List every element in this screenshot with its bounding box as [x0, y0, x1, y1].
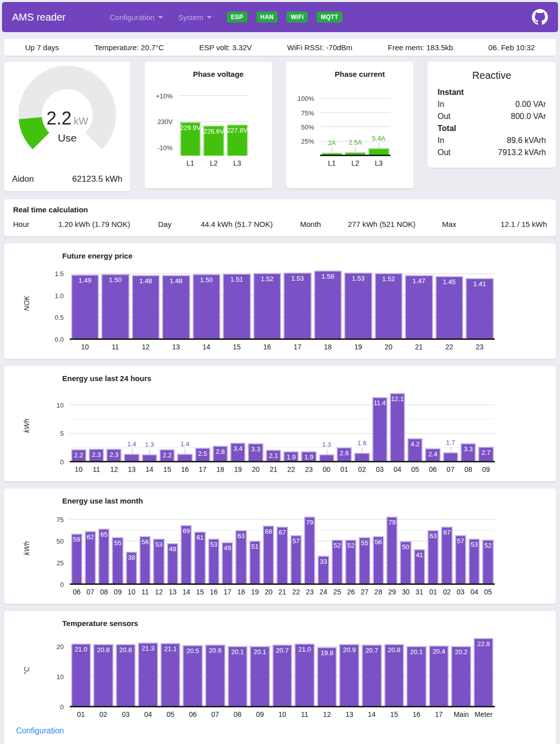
bar-value-label: 57	[291, 537, 302, 545]
bar-value-label: 1.4	[180, 440, 189, 448]
x-axis-label: 05	[481, 588, 495, 596]
x-axis-line	[70, 338, 495, 340]
bar-cell: 52	[481, 512, 495, 584]
x-axis-line	[70, 461, 495, 462]
bar: 63	[235, 530, 246, 584]
bar-value-label: 1.58	[314, 273, 342, 280]
x-axis-line	[70, 706, 495, 707]
bar-value-label: 1.53	[344, 275, 372, 282]
x-axis-label: 15	[222, 343, 252, 351]
bars: 229.9V226.6V227.8V	[179, 90, 249, 156]
bar-cell: 226.6V	[202, 90, 226, 156]
bar-cell: 79	[303, 512, 317, 584]
bar-cell: 20.8	[114, 635, 137, 707]
bar: 51	[249, 541, 260, 584]
bar: 63	[428, 530, 439, 584]
bar-value-label: 21.0	[71, 646, 91, 653]
bar: 20.9	[339, 644, 359, 707]
x-axis-label: 08	[226, 710, 249, 718]
bar-cell: 1.3	[318, 390, 335, 462]
bar: 79	[386, 517, 397, 584]
github-icon[interactable]	[532, 9, 548, 25]
realtime-label: Hour	[13, 220, 58, 228]
configuration-link[interactable]: Configuration	[16, 726, 64, 735]
axis-tick-label: 25%	[301, 138, 314, 145]
bar-cell: 20.4	[428, 635, 450, 707]
bar-value-label: 53	[469, 541, 480, 548]
bar-value-label: 62	[85, 533, 96, 541]
bar: 52	[332, 540, 343, 584]
bar-cell: 1.58	[313, 267, 343, 339]
x-axis-label: 22	[434, 343, 465, 351]
x-axis-label: 28	[371, 588, 385, 596]
x-axis-label: 22	[283, 465, 300, 473]
bar-cell: 1.4	[123, 390, 141, 462]
nav-configuration[interactable]: Configuration	[110, 13, 163, 22]
bar-cell: 2.5	[194, 390, 211, 462]
bar: 1.58	[314, 271, 342, 339]
bar-value-label: 33	[318, 558, 329, 565]
bar-value-label: 56	[139, 538, 151, 546]
bar-cell: 61	[193, 512, 207, 584]
bar: 57	[291, 535, 302, 584]
bar: 79	[304, 517, 315, 584]
bar-cell: 53	[152, 512, 166, 584]
bar-cell: 52	[344, 512, 358, 584]
bar-value-label: 1.9	[301, 453, 316, 461]
x-axis-label: L2	[202, 159, 226, 167]
bar-value-label: 79	[386, 519, 397, 526]
realtime-value: 1.20 kWh (1.79 NOK)	[58, 220, 158, 228]
bar-cell: 1.48	[130, 267, 161, 339]
nav-system[interactable]: System	[178, 13, 212, 22]
x-axis-label: 01	[335, 465, 353, 473]
x-axis-label: 07	[442, 465, 459, 473]
bar-cell: 1.47	[404, 267, 435, 339]
realtime-value: 12.1 / 15 kWh	[492, 220, 547, 228]
bar-value-label: 41	[414, 551, 425, 559]
x-axis-label: 03	[454, 588, 467, 596]
y-axis-label: °C	[22, 635, 32, 707]
x-axis-label: 06	[182, 710, 204, 718]
bar-value-label: 1.41	[466, 280, 494, 288]
x-axis-label: 17	[428, 710, 450, 718]
bar: 20.8	[384, 644, 404, 707]
bar-cell: 2A	[320, 90, 344, 156]
bar: 67	[276, 527, 288, 584]
x-axis-label: 23	[465, 343, 495, 351]
bar-cell: 2.2	[70, 390, 87, 462]
bar: 11.4	[372, 397, 387, 462]
axis-tick-label: 0.5	[55, 314, 64, 321]
axis-tick-label: 0	[60, 458, 64, 465]
bar-value-label: 20.8	[384, 646, 404, 654]
bar-value-label: 1.48	[132, 277, 160, 285]
axis-tick-label: 0	[60, 580, 64, 588]
label-leader-line	[150, 449, 150, 455]
bar-value-label: 48	[167, 545, 178, 553]
bar-cell: 227.8V	[225, 90, 249, 156]
bar-cell: 51	[248, 512, 261, 584]
bar-cell: 1.52	[252, 267, 283, 339]
bar: 2.5	[195, 448, 210, 462]
x-axis-label: 13	[166, 588, 179, 596]
label-leader-line	[327, 449, 327, 455]
bar-value-label: 20.1	[228, 648, 248, 656]
bar: 53	[153, 539, 164, 584]
bar-value-label: 63	[428, 532, 439, 540]
x-axis-label: 09	[477, 465, 495, 473]
bar-cell: 2.5A	[344, 90, 367, 156]
axis-tick-label: 25	[57, 559, 64, 566]
bar-value-label: 2.2	[71, 451, 86, 459]
bar-value-label: 227.8V	[227, 127, 248, 134]
plot: -10%230V+10%229.9V226.6V227.8V	[179, 90, 249, 156]
bar: 20.4	[429, 646, 449, 707]
bar-cell: 20.2	[450, 635, 473, 707]
bar: 1.9	[301, 451, 316, 462]
bar-cell: 67	[275, 512, 289, 584]
bar-cell: 3.3	[460, 390, 477, 462]
bar-value-label: 1.50	[101, 276, 129, 284]
bar-value-label: 53	[153, 541, 164, 548]
x-axis-label: 18	[313, 343, 343, 351]
bar-value-label: 2.2	[160, 451, 175, 459]
x-axis-label: 16	[207, 588, 220, 596]
x-axis-label: 02	[92, 710, 115, 718]
